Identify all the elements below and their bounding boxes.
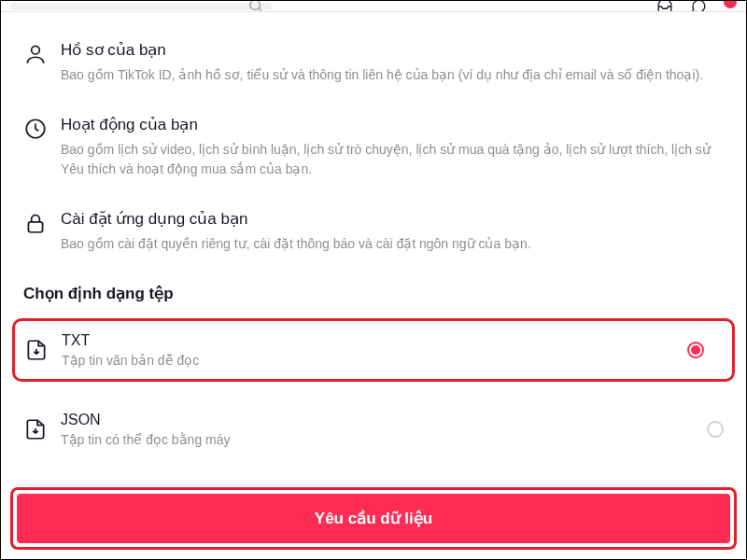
search-icon [247, 1, 264, 12]
file-download-icon [23, 417, 48, 441]
inbox-icon[interactable] [656, 1, 673, 12]
radio-selected[interactable] [687, 342, 704, 358]
info-desc: Bao gồm lịch sử video, lịch sử bình luận… [61, 140, 724, 179]
clock-icon [23, 117, 48, 141]
info-desc: Bao gồm cài đặt quyền riêng tư, cài đặt … [61, 234, 724, 254]
svg-rect-4 [28, 222, 42, 232]
svg-point-2 [32, 46, 40, 54]
search-input-stub[interactable] [10, 3, 272, 10]
format-title: TXT [62, 332, 723, 349]
lock-icon [23, 211, 48, 235]
svg-point-0 [250, 1, 261, 9]
format-option-txt[interactable]: TXT Tập tin văn bản dễ đọc [12, 318, 735, 382]
radio-unselected[interactable] [707, 421, 724, 438]
avatar[interactable] [724, 1, 737, 8]
file-download-icon [24, 338, 49, 362]
data-summary-section: Hồ sơ của bạn Bao gồm TikTok ID, ảnh hồ … [1, 12, 746, 254]
info-title: Hồ sơ của bạn [61, 40, 724, 60]
request-data-button[interactable]: Yêu cầu dữ liệu [17, 494, 730, 543]
format-desc: Tập tin văn bản dễ đọc [62, 353, 723, 368]
request-highlight: Yêu cầu dữ liệu [10, 487, 737, 550]
format-desc: Tập tin có thể đọc bằng máy [61, 432, 694, 447]
svg-line-1 [259, 8, 261, 11]
format-title: JSON [61, 412, 694, 428]
info-settings: Cài đặt ứng dụng của bạn Bao gồm cài đặt… [23, 209, 724, 254]
message-icon[interactable] [690, 1, 707, 12]
top-bar [1, 1, 746, 12]
info-title: Hoạt động của bạn [61, 115, 724, 134]
info-activity: Hoạt động của bạn Bao gồm lịch sử video,… [23, 115, 724, 179]
info-desc: Bao gồm TikTok ID, ảnh hồ sơ, tiểu sử và… [61, 65, 724, 85]
info-title: Cài đặt ứng dụng của bạn [61, 209, 724, 229]
info-profile: Hồ sơ của bạn Bao gồm TikTok ID, ảnh hồ … [23, 40, 724, 85]
format-header: Chọn định dạng tệp [1, 284, 746, 303]
person-icon [23, 42, 48, 66]
format-option-json[interactable]: JSON Tập tin có thể đọc bằng máy [1, 399, 746, 460]
